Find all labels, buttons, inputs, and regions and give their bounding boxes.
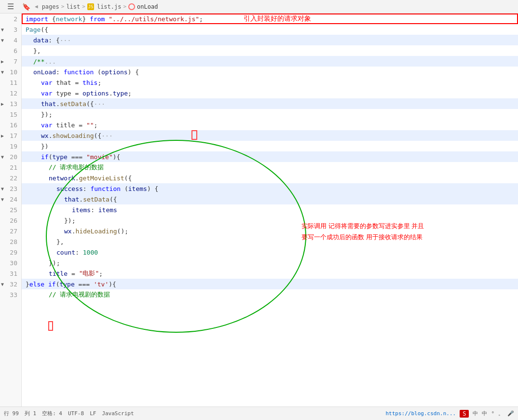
breadcrumb-listjs: list.js — [97, 3, 122, 10]
breadcrumb-list: list — [66, 3, 80, 10]
line-19: 19 — [0, 141, 21, 151]
bc-sep-2: > — [82, 3, 85, 10]
code-line-3: Page({ — [22, 24, 518, 35]
line-12: 12 — [0, 88, 21, 98]
line-30: 30 — [0, 257, 21, 268]
col-status: 列 1 — [25, 410, 36, 417]
mic-icon: 🎤 — [507, 410, 514, 417]
code-area[interactable]: 2 ▼3 ▼4 6 ▶7 ▼10 11 12 ▶13 15 16 ▶17 19 … — [0, 14, 518, 406]
csdn-badge: S — [460, 410, 469, 418]
breadcrumb-bar: ☰ 🔖 ◀ pages > list > JS list.js > onLoad — [0, 0, 518, 14]
line-10: ▼10 — [0, 67, 21, 77]
code-line-23: success: function (items) { — [22, 183, 518, 194]
url-status: https://blog.csdn.n... — [385, 410, 456, 417]
encoding-status: UTF-8 — [68, 410, 84, 417]
line-21: 21 — [0, 162, 21, 173]
code-line-4: data: {··· — [22, 35, 518, 45]
line-16: 16 — [0, 120, 21, 130]
line-7: ▶7 — [0, 56, 21, 67]
line-27: 27 — [0, 226, 21, 236]
lineending-status: LF — [90, 410, 96, 417]
line-26: 26 — [0, 215, 21, 226]
brace-box-close — [48, 321, 53, 331]
file-icon: JS — [87, 3, 94, 10]
code-line-15: }); — [22, 109, 518, 120]
code-line-7: /**... — [22, 56, 518, 67]
code-line-16: var title = ""; — [22, 120, 518, 130]
breadcrumb-pages: pages — [42, 3, 59, 10]
code-line-13: that.setData({··· — [22, 98, 518, 109]
line-numbers: 2 ▼3 ▼4 6 ▶7 ▼10 11 12 ▶13 15 16 ▶17 19 … — [0, 14, 22, 406]
line-32: ▼32 — [0, 279, 21, 289]
code-line-27: wx.hideLoading(); — [22, 226, 518, 236]
code-line-11: var that = this; — [22, 77, 518, 88]
editor: ☰ 🔖 ◀ pages > list > JS list.js > onLoad… — [0, 0, 518, 420]
code-line-28: }, — [22, 236, 518, 247]
line-2: 2 — [0, 14, 21, 24]
line-17: ▶17 — [0, 130, 21, 141]
code-line-25: items: items — [22, 204, 518, 215]
dot3: 。 — [498, 410, 504, 417]
line-25: 25 — [0, 204, 21, 215]
code-line-17: wx.showLoading({··· — [22, 130, 518, 141]
line-col-status: 行 99 — [4, 410, 19, 417]
code-line-24: that.setData({ — [22, 194, 518, 204]
code-line-30: }); — [22, 257, 518, 268]
code-line-6: }, — [22, 45, 518, 56]
function-icon — [128, 3, 135, 10]
line-15: 15 — [0, 109, 21, 120]
code-line-26: }); — [22, 215, 518, 226]
code-line-2: import {network} from "../../utils/netwo… — [22, 14, 518, 24]
lang-zh: 中 — [473, 410, 478, 417]
code-line-22: network.getMovieList({ — [22, 173, 518, 183]
code-line-29: count: 1000 — [22, 247, 518, 257]
bc-sep-1: > — [61, 3, 65, 10]
code-line-21: // 请求电影的数据 — [22, 162, 518, 173]
bc-sep-3: > — [123, 3, 126, 10]
line-29: 29 — [0, 247, 21, 257]
bookmark-icon[interactable]: 🔖 — [19, 0, 33, 14]
breadcrumb-onload: onLoad — [137, 3, 158, 10]
status-bar: 行 99 列 1 空格: 4 UTF-8 LF JavaScript https… — [0, 406, 518, 420]
code-line-31: title = "电影"; — [22, 268, 518, 279]
line-13: ▶13 — [0, 98, 21, 109]
dot1: 中 — [482, 410, 487, 417]
line-31: 31 — [0, 268, 21, 279]
code-line-32: }else if(type === 'tv'){ — [22, 279, 518, 289]
code-line-20: if(type === "movie"){ — [22, 151, 518, 162]
line-6: 6 — [0, 45, 21, 56]
lang-status: JavaScript — [102, 410, 134, 417]
line-20: ▼20 — [0, 151, 21, 162]
menu-icon[interactable]: ☰ — [4, 0, 17, 14]
code-line-12: var type = options.type; — [22, 88, 518, 98]
line-23: ▼23 — [0, 183, 21, 194]
line-4: ▼4 — [0, 35, 21, 45]
bottom-right: https://blog.csdn.n... S 中 中 ° 。 🎤 — [385, 410, 514, 418]
line-3: ▼3 — [0, 24, 21, 35]
line-24: ▼24 — [0, 194, 21, 204]
line-11: 11 — [0, 77, 21, 88]
spaces-status: 空格: 4 — [42, 410, 62, 417]
dot2: ° — [491, 410, 494, 417]
line-28: 28 — [0, 236, 21, 247]
code-line-19: }) — [22, 141, 518, 151]
code-content[interactable]: import {network} from "../../utils/netwo… — [22, 14, 518, 406]
code-line-33: // 请求电视剧的数据 — [22, 289, 518, 300]
line-33: 33 — [0, 289, 21, 300]
line-22: 22 — [0, 173, 21, 183]
code-lines: import {network} from "../../utils/netwo… — [22, 14, 518, 300]
code-line-10: onLoad: function (options) { — [22, 67, 518, 77]
